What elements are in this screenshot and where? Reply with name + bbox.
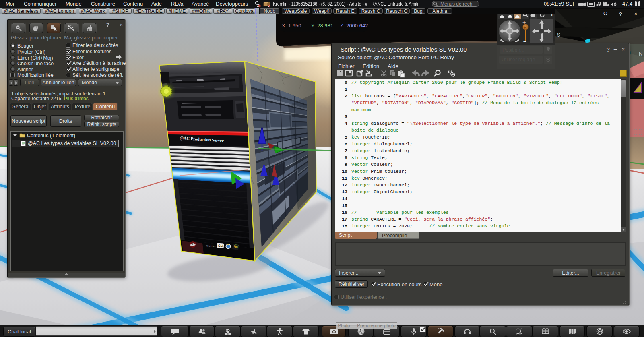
- svg-text:N: N: [639, 51, 642, 57]
- svg-text:S: S: [557, 32, 560, 38]
- svg-text:SLI: SLI: [218, 244, 223, 248]
- svg-text:O: O: [603, 10, 607, 17]
